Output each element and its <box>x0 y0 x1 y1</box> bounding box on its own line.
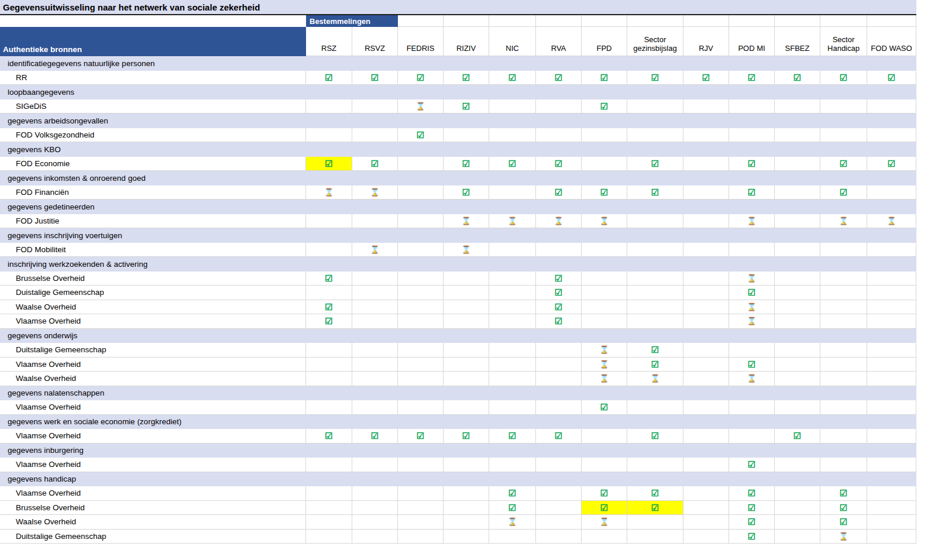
matrix-cell[interactable] <box>582 286 627 300</box>
matrix-cell[interactable]: ☑ <box>627 429 683 444</box>
matrix-cell[interactable] <box>536 128 582 143</box>
matrix-cell[interactable]: ☑ <box>820 185 867 200</box>
matrix-cell[interactable] <box>867 286 916 300</box>
matrix-cell[interactable]: ☑ <box>867 157 916 171</box>
matrix-cell[interactable] <box>306 458 352 472</box>
matrix-cell[interactable]: ⌛ <box>444 243 489 257</box>
matrix-cell[interactable] <box>536 486 582 501</box>
matrix-cell[interactable] <box>820 343 867 358</box>
destinations-row-cell[interactable] <box>536 15 582 27</box>
matrix-cell[interactable]: ☑ <box>489 429 536 444</box>
matrix-cell[interactable]: ☑ <box>867 71 916 85</box>
matrix-cell[interactable] <box>444 530 489 544</box>
matrix-cell[interactable] <box>536 243 582 257</box>
matrix-cell[interactable] <box>775 128 820 143</box>
matrix-cell[interactable] <box>306 286 352 300</box>
matrix-cell[interactable] <box>683 157 729 171</box>
matrix-cell[interactable]: ☑ <box>775 71 820 85</box>
matrix-cell[interactable]: ☑ <box>444 429 489 444</box>
matrix-cell[interactable]: ☑ <box>489 486 536 501</box>
matrix-cell[interactable] <box>627 286 683 300</box>
matrix-cell[interactable] <box>536 358 582 372</box>
matrix-cell[interactable] <box>352 99 398 114</box>
matrix-cell[interactable]: ☑ <box>627 343 683 358</box>
matrix-cell[interactable] <box>820 243 867 257</box>
matrix-cell[interactable] <box>582 429 627 444</box>
matrix-cell[interactable] <box>536 515 582 530</box>
matrix-cell[interactable] <box>398 501 444 516</box>
matrix-cell[interactable]: ⌛ <box>729 300 775 315</box>
matrix-cell[interactable] <box>306 530 352 544</box>
matrix-cell[interactable] <box>536 501 582 516</box>
matrix-cell[interactable] <box>627 530 683 544</box>
row-label[interactable]: Duitstalige Gemeenschap <box>0 343 306 358</box>
matrix-cell[interactable] <box>627 515 683 530</box>
matrix-cell[interactable] <box>775 501 820 516</box>
matrix-cell[interactable]: ☑ <box>582 501 627 516</box>
matrix-cell[interactable] <box>489 272 536 286</box>
matrix-cell[interactable] <box>683 372 729 386</box>
matrix-cell[interactable] <box>398 486 444 501</box>
matrix-cell[interactable] <box>627 214 683 229</box>
matrix-cell[interactable] <box>352 530 398 544</box>
matrix-cell[interactable] <box>306 99 352 114</box>
matrix-cell[interactable]: ☑ <box>683 71 729 85</box>
matrix-cell[interactable]: ⌛ <box>489 214 536 229</box>
matrix-cell[interactable]: ☑ <box>627 486 683 501</box>
matrix-cell[interactable] <box>489 372 536 386</box>
matrix-cell[interactable]: ☑ <box>444 71 489 85</box>
row-label[interactable]: Duitstalige Gemeenschap <box>0 530 306 544</box>
matrix-cell[interactable] <box>820 128 867 143</box>
matrix-cell[interactable] <box>820 286 867 300</box>
matrix-cell[interactable] <box>729 429 775 444</box>
matrix-cell[interactable]: ☑ <box>627 358 683 372</box>
matrix-cell[interactable] <box>867 515 916 530</box>
matrix-cell[interactable] <box>398 400 444 415</box>
matrix-cell[interactable] <box>775 157 820 171</box>
column-header[interactable]: RVA <box>536 27 582 56</box>
row-label[interactable]: Duistalige Gemeenschap <box>0 286 306 300</box>
matrix-cell[interactable]: ☑ <box>729 530 775 544</box>
matrix-cell[interactable] <box>775 300 820 315</box>
matrix-cell[interactable]: ☑ <box>729 286 775 300</box>
matrix-cell[interactable] <box>867 501 916 516</box>
category-row[interactable]: loopbaangegevens <box>0 85 916 99</box>
matrix-cell[interactable] <box>820 429 867 444</box>
matrix-cell[interactable] <box>352 300 398 315</box>
matrix-cell[interactable] <box>398 157 444 171</box>
matrix-cell[interactable] <box>775 343 820 358</box>
category-row[interactable]: gegevens KBO <box>0 142 916 157</box>
matrix-cell[interactable] <box>306 501 352 516</box>
matrix-cell[interactable] <box>352 214 398 229</box>
matrix-cell[interactable] <box>775 214 820 229</box>
matrix-cell[interactable]: ☑ <box>352 157 398 171</box>
matrix-cell[interactable]: ☑ <box>775 429 820 444</box>
matrix-cell[interactable] <box>683 99 729 114</box>
matrix-cell[interactable] <box>582 128 627 143</box>
category-row[interactable]: gegevens arbeidsongevallen <box>0 114 916 128</box>
matrix-cell[interactable] <box>489 530 536 544</box>
matrix-cell[interactable] <box>489 358 536 372</box>
row-label[interactable]: Brusselse Overheid <box>0 501 306 516</box>
matrix-cell[interactable]: ☑ <box>729 486 775 501</box>
matrix-cell[interactable]: ⌛ <box>306 185 352 200</box>
matrix-cell[interactable] <box>398 358 444 372</box>
matrix-cell[interactable] <box>398 300 444 315</box>
matrix-cell[interactable] <box>489 128 536 143</box>
row-label[interactable]: Vlaamse Overheid <box>0 358 306 372</box>
matrix-cell[interactable]: ☑ <box>820 501 867 516</box>
matrix-cell[interactable]: ⌛ <box>867 214 916 229</box>
matrix-cell[interactable] <box>582 314 627 329</box>
matrix-cell[interactable] <box>444 314 489 329</box>
matrix-cell[interactable] <box>683 400 729 415</box>
matrix-cell[interactable] <box>489 286 536 300</box>
matrix-cell[interactable]: ☑ <box>820 515 867 530</box>
matrix-cell[interactable]: ⌛ <box>444 214 489 229</box>
matrix-cell[interactable]: ☑ <box>306 314 352 329</box>
matrix-cell[interactable]: ⌛ <box>729 372 775 386</box>
row-label[interactable]: FOD Volksgezondheid <box>0 128 306 143</box>
matrix-cell[interactable] <box>775 243 820 257</box>
matrix-cell[interactable] <box>867 300 916 315</box>
matrix-cell[interactable] <box>582 300 627 315</box>
matrix-cell[interactable] <box>820 458 867 472</box>
